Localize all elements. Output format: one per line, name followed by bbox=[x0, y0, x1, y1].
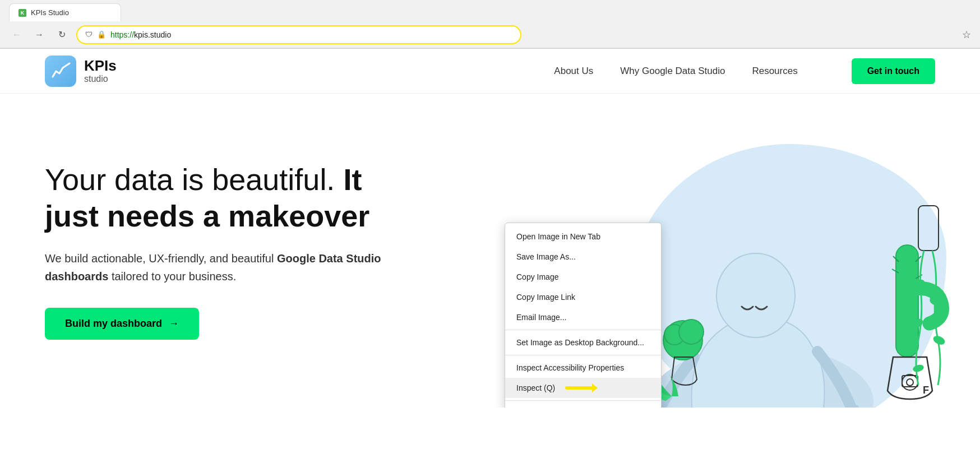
context-menu-translate[interactable]: 🌐 Translate this page (auto/en) bbox=[505, 403, 661, 408]
website-content: KPIs studio About Us Why Google Data Stu… bbox=[0, 49, 980, 408]
hero-btn-arrow: → bbox=[169, 318, 179, 330]
svg-point-13 bbox=[679, 320, 704, 344]
svg-point-8 bbox=[907, 379, 913, 386]
tab-favicon: K bbox=[19, 9, 26, 17]
tab-bar: K KPIs Studio bbox=[0, 0, 980, 21]
context-menu-copy-image[interactable]: Copy Image bbox=[505, 267, 661, 287]
address-url: https://kpis.studio bbox=[110, 30, 512, 39]
hero-btn-label: Build my dashboard bbox=[65, 318, 162, 330]
context-menu-open-image[interactable]: Open Image in New Tab bbox=[505, 226, 661, 247]
shield-icon: 🛡 bbox=[85, 30, 93, 39]
save-image-label: Save Image As... bbox=[516, 252, 576, 261]
svg-text:F: F bbox=[923, 385, 929, 396]
hero-sub-part2: tailored to your business. bbox=[108, 270, 236, 283]
get-in-touch-button[interactable]: Get in touch bbox=[852, 58, 935, 84]
context-menu-copy-image-link[interactable]: Copy Image Link bbox=[505, 287, 661, 307]
svg-rect-14 bbox=[918, 206, 939, 251]
yellow-arrow-indicator bbox=[565, 386, 593, 390]
hero-text: Your data is beautiful. It just needs a … bbox=[45, 161, 392, 340]
context-menu: Open Image in New Tab Save Image As... C… bbox=[505, 223, 662, 408]
svg-rect-2 bbox=[896, 245, 918, 357]
logo-icon bbox=[45, 55, 76, 87]
hero-sub-part1: We build actionable, UX-friendly, and be… bbox=[45, 252, 277, 265]
context-menu-save-image[interactable]: Save Image As... bbox=[505, 247, 661, 267]
inspect-label: Inspect (Q) bbox=[516, 383, 555, 392]
context-menu-email-image[interactable]: Email Image... bbox=[505, 307, 661, 327]
hero-heading-part1: Your data is beautiful. bbox=[45, 163, 343, 196]
email-image-label: Email Image... bbox=[516, 313, 566, 322]
copy-image-label: Copy Image bbox=[516, 272, 558, 281]
nav-why-google[interactable]: Why Google Data Studio bbox=[620, 66, 725, 77]
context-menu-inspect[interactable]: Inspect (Q) bbox=[505, 378, 661, 398]
open-image-label: Open Image in New Tab bbox=[516, 232, 600, 241]
browser-toolbar: ← → ↻ 🛡 🔒 https://kpis.studio ☆ bbox=[0, 21, 980, 48]
address-bar[interactable]: 🛡 🔒 https://kpis.studio bbox=[76, 25, 521, 44]
set-background-label: Set Image as Desktop Background... bbox=[516, 338, 644, 347]
browser-chrome: K KPIs Studio ← → ↻ 🛡 🔒 https://kpis.stu… bbox=[0, 0, 980, 49]
nav-links: About Us Why Google Data Studio Resource… bbox=[554, 58, 935, 84]
build-dashboard-button[interactable]: Build my dashboard → bbox=[45, 308, 199, 340]
back-button[interactable]: ← bbox=[9, 27, 25, 43]
browser-tab[interactable]: K KPIs Studio bbox=[9, 3, 121, 21]
accessibility-label: Inspect Accessibility Properties bbox=[516, 363, 624, 372]
logo-area: KPIs studio bbox=[45, 55, 117, 87]
copy-image-link-label: Copy Image Link bbox=[516, 293, 575, 302]
context-menu-divider-1 bbox=[505, 330, 661, 330]
svg-point-1 bbox=[716, 253, 795, 337]
logo-kpis: KPIs bbox=[84, 58, 117, 74]
lock-icon: 🔒 bbox=[97, 30, 106, 39]
context-menu-set-background[interactable]: Set Image as Desktop Background... bbox=[505, 332, 661, 353]
svg-point-19 bbox=[912, 364, 924, 373]
hero-subtext: We build actionable, UX-friendly, and be… bbox=[45, 249, 392, 285]
forward-button[interactable]: → bbox=[31, 27, 47, 43]
nav-about-us[interactable]: About Us bbox=[554, 66, 593, 77]
hero-heading: Your data is beautiful. It just needs a … bbox=[45, 161, 392, 234]
logo-text: KPIs studio bbox=[84, 58, 117, 84]
bookmark-star-button[interactable]: ☆ bbox=[962, 29, 971, 41]
tab-title: KPIs Studio bbox=[31, 8, 69, 17]
context-menu-divider-3 bbox=[505, 400, 661, 401]
logo-studio: studio bbox=[84, 74, 117, 84]
reload-button[interactable]: ↻ bbox=[54, 27, 70, 43]
context-menu-divider-2 bbox=[505, 355, 661, 355]
site-navigation: KPIs studio About Us Why Google Data Stu… bbox=[0, 49, 980, 94]
svg-point-7 bbox=[902, 374, 918, 390]
nav-resources[interactable]: Resources bbox=[752, 66, 797, 77]
context-menu-accessibility[interactable]: Inspect Accessibility Properties bbox=[505, 358, 661, 378]
hero-section: Your data is beautiful. It just needs a … bbox=[0, 94, 980, 408]
